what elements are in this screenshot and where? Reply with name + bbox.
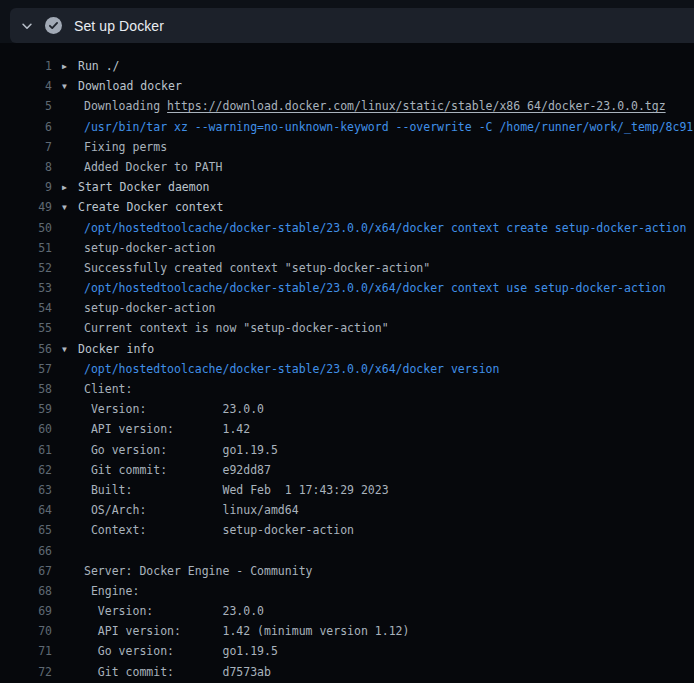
line-number[interactable]: 64 [0,500,52,520]
log-line: 58Client: [0,379,694,399]
line-number[interactable]: 7 [0,137,52,157]
log-line: 72 Git commit: d7573ab [0,662,694,682]
log-text: Server: Docker Engine - Community [52,561,694,581]
log-text: Current context is now "setup-docker-act… [52,318,694,338]
line-number[interactable]: 59 [0,399,52,419]
log-text: Added Docker to PATH [52,157,694,177]
log-text: Version: 23.0.0 [52,399,694,419]
triangle-down-icon[interactable]: ▼ [62,198,78,217]
log-group-toggle[interactable]: ▼Download docker [52,76,694,96]
log-line: 49▼Create Docker context [0,197,694,217]
line-number[interactable]: 4 [0,76,52,96]
line-number[interactable]: 61 [0,440,52,460]
line-number[interactable]: 72 [0,662,52,682]
log-text: Engine: [52,581,694,601]
triangle-down-icon[interactable]: ▼ [62,340,78,359]
line-number[interactable]: 54 [0,298,52,318]
log-group-toggle[interactable]: ▼Create Docker context [52,197,694,217]
log-command-text: /usr/bin/tar xz --warning=no-unknown-key… [52,117,694,137]
log-line: 60 API version: 1.42 [0,419,694,439]
log-command-text: /opt/hostedtoolcache/docker-stable/23.0.… [52,278,694,298]
log-line: 59 Version: 23.0.0 [0,399,694,419]
log-text-prefix: Downloading [84,99,167,113]
log-line: 68 Engine: [0,581,694,601]
log-text: Client: [52,379,694,399]
group-label: Download docker [78,79,182,93]
log-line: 53/opt/hostedtoolcache/docker-stable/23.… [0,278,694,298]
line-number[interactable]: 9 [0,177,52,197]
log-group-toggle[interactable]: ▶Run ./ [52,56,694,76]
log-line: 9▶Start Docker daemon [0,177,694,197]
triangle-right-icon[interactable]: ▶ [62,178,78,197]
line-number[interactable]: 53 [0,278,52,298]
line-number[interactable]: 62 [0,460,52,480]
log-text: Downloading https://download.docker.com/… [52,96,694,116]
line-number[interactable]: 56 [0,339,52,359]
log-line: 67Server: Docker Engine - Community [0,561,694,581]
log-text: Go version: go1.19.5 [52,641,694,661]
line-number[interactable]: 55 [0,318,52,338]
line-number[interactable]: 63 [0,480,52,500]
log-line: 8Added Docker to PATH [0,157,694,177]
log-line: 54setup-docker-action [0,298,694,318]
log-text: Fixing perms [52,137,694,157]
log-line: 4▼Download docker [0,76,694,96]
line-number[interactable]: 69 [0,601,52,621]
line-number[interactable]: 8 [0,157,52,177]
line-number[interactable]: 60 [0,419,52,439]
log-text: setup-docker-action [52,298,694,318]
log-line: 62 Git commit: e92dd87 [0,460,694,480]
log-text [52,541,694,561]
group-label: Docker info [78,342,154,356]
triangle-down-icon[interactable]: ▼ [62,77,78,96]
log-text: Successfully created context "setup-dock… [52,258,694,278]
line-number[interactable]: 58 [0,379,52,399]
log-text: API version: 1.42 (minimum version 1.12) [52,621,694,641]
line-number[interactable]: 5 [0,96,52,116]
log-line: 1▶Run ./ [0,56,694,76]
group-label: Start Docker daemon [78,180,210,194]
group-label: Run ./ [78,59,120,73]
log-group-toggle[interactable]: ▼Docker info [52,339,694,359]
log-line: 56▼Docker info [0,339,694,359]
log-line: 65 Context: setup-docker-action [0,520,694,540]
log-line: 51setup-docker-action [0,238,694,258]
line-number[interactable]: 65 [0,520,52,540]
log-line: 5Downloading https://download.docker.com… [0,96,694,116]
log-line: 52Successfully created context "setup-do… [0,258,694,278]
log-scroll-area[interactable]: 1▶Run ./4▼Download docker5Downloading ht… [0,43,694,683]
line-number[interactable]: 67 [0,561,52,581]
log-line: 71 Go version: go1.19.5 [0,641,694,661]
log-text: API version: 1.42 [52,419,694,439]
line-number[interactable]: 49 [0,197,52,217]
line-number[interactable]: 70 [0,621,52,641]
triangle-right-icon[interactable]: ▶ [62,57,78,76]
log-line: 57/opt/hostedtoolcache/docker-stable/23.… [0,359,694,379]
line-number[interactable]: 66 [0,541,52,561]
line-number[interactable]: 71 [0,641,52,661]
log-url-link[interactable]: https://download.docker.com/linux/static… [167,99,666,113]
log-command-text: /opt/hostedtoolcache/docker-stable/23.0.… [52,218,694,238]
log-group-toggle[interactable]: ▶Start Docker daemon [52,177,694,197]
log-text: Built: Wed Feb 1 17:43:29 2023 [52,480,694,500]
log-line: 6/usr/bin/tar xz --warning=no-unknown-ke… [0,117,694,137]
log-text: setup-docker-action [52,238,694,258]
log-line: 70 API version: 1.42 (minimum version 1.… [0,621,694,641]
group-label: Create Docker context [78,200,223,214]
line-number[interactable]: 68 [0,581,52,601]
log-text: Go version: go1.19.5 [52,440,694,460]
workflow-log-viewport: Set up Docker 1▶Run ./4▼Download docker5… [0,0,694,683]
log-text: Git commit: d7573ab [52,662,694,682]
line-number[interactable]: 6 [0,117,52,137]
line-number[interactable]: 1 [0,56,52,76]
log-line: 50/opt/hostedtoolcache/docker-stable/23.… [0,218,694,238]
line-number[interactable]: 52 [0,258,52,278]
log-text: Context: setup-docker-action [52,520,694,540]
line-number[interactable]: 51 [0,238,52,258]
line-number[interactable]: 50 [0,218,52,238]
log-text: OS/Arch: linux/amd64 [52,500,694,520]
line-number[interactable]: 57 [0,359,52,379]
log-line: 63 Built: Wed Feb 1 17:43:29 2023 [0,480,694,500]
step-header[interactable]: Set up Docker [10,8,694,43]
chevron-down-icon[interactable] [10,19,44,33]
